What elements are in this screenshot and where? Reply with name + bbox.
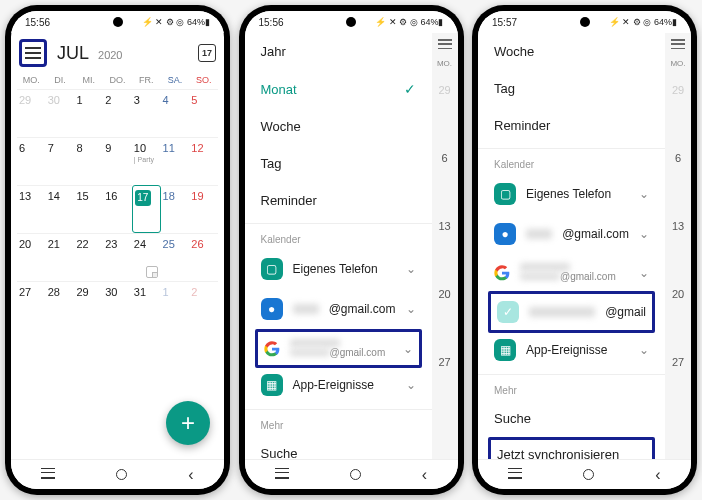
account-samsung[interactable]: ● @gmail.com ⌄ <box>245 289 432 329</box>
calendar-day[interactable]: 7 <box>46 137 75 185</box>
today-button[interactable]: 17 <box>198 44 216 62</box>
account-label: App-Ereignisse <box>293 378 374 392</box>
calendar-day[interactable]: 30 <box>46 89 75 137</box>
account-samsung[interactable]: ● @gmail.com ⌄ <box>478 214 665 254</box>
calendar-day[interactable]: 10| Party <box>132 137 161 185</box>
camera-cutout <box>580 17 590 27</box>
blurred-email <box>520 263 570 271</box>
calendar-day[interactable]: 25 <box>161 233 190 281</box>
calendar-day[interactable]: 8 <box>74 137 103 185</box>
view-woche[interactable]: Woche <box>478 33 665 70</box>
view-reminder[interactable]: Reminder <box>478 107 665 144</box>
menu-suche[interactable]: Suche <box>245 435 432 459</box>
account-google[interactable]: @gmail.com ⌄ <box>478 254 665 291</box>
menu-icon[interactable] <box>671 39 685 49</box>
view-jahr[interactable]: Jahr <box>245 33 432 70</box>
camera-cutout <box>113 17 123 27</box>
home-button[interactable] <box>116 469 127 480</box>
calendar-day[interactable]: 22 <box>74 233 103 281</box>
calendar-day[interactable]: 2 <box>189 281 218 329</box>
weekday-label: DO. <box>103 75 132 85</box>
account-phone[interactable]: ▢ Eigenes Telefon ⌄ <box>478 174 665 214</box>
calendar-day[interactable]: 3 <box>132 89 161 137</box>
calendar-day[interactable]: 1 <box>74 89 103 137</box>
calendar-day[interactable]: 21 <box>46 233 75 281</box>
account-app-events[interactable]: ▦ App-Ereignisse ⌄ <box>478 330 665 370</box>
calendar-peek: MO. 29 6 13 20 27 <box>665 33 691 459</box>
weekday-label: SA. <box>161 75 190 85</box>
view-tag[interactable]: Tag <box>245 145 432 182</box>
view-tag[interactable]: Tag <box>478 70 665 107</box>
sub-calendar-item[interactable]: ✓ @gmail <box>491 294 652 330</box>
blurred-calendar-name <box>529 307 595 317</box>
calendar-day[interactable]: 31 <box>132 281 161 329</box>
camera-cutout <box>346 17 356 27</box>
calendar-day[interactable]: 27 <box>17 281 46 329</box>
home-button[interactable] <box>583 469 594 480</box>
calendar-day[interactable]: 1 <box>161 281 190 329</box>
calendar-day[interactable]: 17 <box>132 185 161 233</box>
back-button[interactable]: ‹ <box>422 466 427 484</box>
recents-button[interactable] <box>275 472 289 478</box>
account-app-events[interactable]: ▦ App-Ereignisse ⌄ <box>245 365 432 405</box>
status-time: 15:56 <box>259 17 284 28</box>
screen-1: 15:56 ⚡ ✕ ⚙ ◎ 64%▮ JUL 2020 17 MO.DI.MI.… <box>11 11 224 489</box>
nav-drawer[interactable]: Woche Tag Reminder Kalender ▢ Eigenes Te… <box>478 33 665 459</box>
calendar-grid[interactable]: 293012345678910| Party111213141516171819… <box>11 89 224 329</box>
view-woche[interactable]: Woche <box>245 108 432 145</box>
nav-drawer[interactable]: Jahr Monat ✓ Woche Tag Reminder Kalender… <box>245 33 432 459</box>
calendar-day[interactable]: 2 <box>103 89 132 137</box>
recents-button[interactable] <box>41 472 55 478</box>
chevron-down-icon: ⌄ <box>406 378 416 392</box>
calendar-day[interactable]: 18 <box>161 185 190 233</box>
calendar-day[interactable]: 24 <box>132 233 161 281</box>
calendar-day[interactable]: 30 <box>103 281 132 329</box>
home-button[interactable] <box>350 469 361 480</box>
calendar-day[interactable]: 29 <box>74 281 103 329</box>
account-label: Eigenes Telefon <box>293 262 378 276</box>
calendar-day[interactable]: 6 <box>17 137 46 185</box>
view-reminder[interactable]: Reminder <box>245 182 432 219</box>
calendar-day[interactable]: 28 <box>46 281 75 329</box>
calendar-day[interactable]: 19 <box>189 185 218 233</box>
calendar-day[interactable]: 14 <box>46 185 75 233</box>
calendar-day[interactable]: 12 <box>189 137 218 185</box>
calendar-day[interactable]: 20 <box>17 233 46 281</box>
account-phone[interactable]: ▢ Eigenes Telefon ⌄ <box>245 249 432 289</box>
phone-frame-3: 15:57 ⚡ ✕ ⚙ ◎ 64%▮ Woche Tag Reminder Ka… <box>472 5 697 495</box>
calendar-peek: MO. 29 6 13 20 27 <box>432 33 458 459</box>
menu-sync[interactable]: Jetzt synchronisieren <box>491 440 652 459</box>
back-button[interactable]: ‹ <box>188 466 193 484</box>
calendar-day[interactable]: 15 <box>74 185 103 233</box>
calendar-day[interactable]: 11 <box>161 137 190 185</box>
menu-icon[interactable] <box>438 39 452 49</box>
menu-icon[interactable] <box>25 47 41 59</box>
calendar-day[interactable]: 16 <box>103 185 132 233</box>
view-monat[interactable]: Monat ✓ <box>245 70 432 108</box>
screen-3: 15:57 ⚡ ✕ ⚙ ◎ 64%▮ Woche Tag Reminder Ka… <box>478 11 691 489</box>
status-icons: ⚡ ✕ ⚙ ◎ 64%▮ <box>375 17 443 27</box>
app-icon: ▦ <box>494 339 516 361</box>
month-label[interactable]: JUL <box>57 43 89 64</box>
section-kalender: Kalender <box>478 148 665 174</box>
recents-button[interactable] <box>508 472 522 478</box>
chevron-down-icon: ⌄ <box>639 187 649 201</box>
drawer-content: Jahr Monat ✓ Woche Tag Reminder Kalender… <box>245 33 458 459</box>
account-label: Eigenes Telefon <box>526 187 611 201</box>
google-icon <box>494 265 510 281</box>
calendar-day[interactable]: 13 <box>17 185 46 233</box>
calendar-day[interactable]: 23 <box>103 233 132 281</box>
chevron-down-icon: ⌄ <box>406 262 416 276</box>
calendar-color-icon: ✓ <box>497 301 519 323</box>
account-google[interactable]: @gmail.com ⌄ <box>258 332 419 365</box>
calendar-day[interactable]: 26 <box>189 233 218 281</box>
add-event-button[interactable]: + <box>166 401 210 445</box>
email-suffix: @gmail.com <box>562 227 629 241</box>
back-button[interactable]: ‹ <box>655 466 660 484</box>
calendar-day[interactable]: 29 <box>17 89 46 137</box>
calendar-day[interactable]: 9 <box>103 137 132 185</box>
screen-2: 15:56 ⚡ ✕ ⚙ ◎ 64%▮ Jahr Monat ✓ Woche Ta… <box>245 11 458 489</box>
calendar-day[interactable]: 5 <box>189 89 218 137</box>
menu-suche[interactable]: Suche <box>478 400 665 437</box>
calendar-day[interactable]: 4 <box>161 89 190 137</box>
